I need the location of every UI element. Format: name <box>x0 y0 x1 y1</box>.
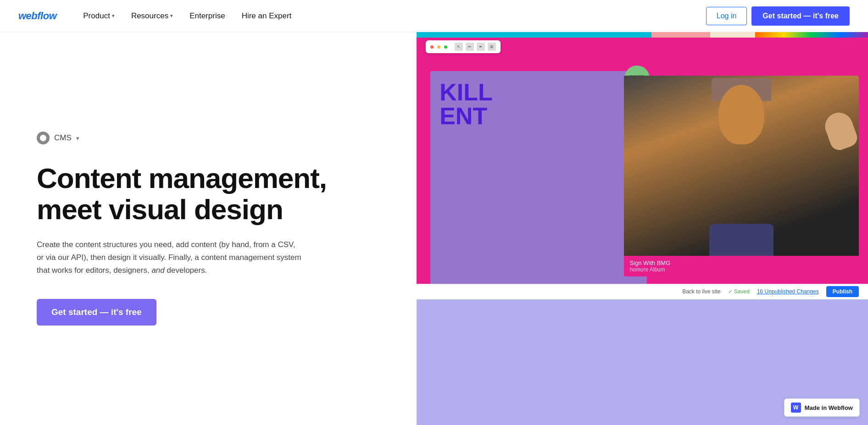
cms-icon-inner <box>40 135 46 141</box>
top-color-strip <box>417 32 868 38</box>
made-in-webflow-badge[interactable]: W Made in Webflow <box>784 398 860 417</box>
toolbar-icon-pencil[interactable]: ✒ <box>477 43 485 51</box>
unpublished-changes[interactable]: 16 Unpublished Changes <box>757 288 819 295</box>
cms-badge[interactable]: CMS ▾ <box>37 132 389 144</box>
logo[interactable]: webflow <box>18 10 56 22</box>
cms-icon <box>37 132 50 144</box>
saved-status: ✓ Saved <box>728 288 750 295</box>
get-started-nav-button[interactable]: Get started — it's free <box>751 6 850 26</box>
webflow-w-icon: W <box>791 403 801 413</box>
toolbar-icon-box[interactable]: ⊞ <box>488 43 496 51</box>
toolbar-icon-pointer[interactable]: ↖ <box>455 43 463 51</box>
head-shape <box>718 85 764 144</box>
navbar: webflow Product ▾ Resources ▾ Enterprise… <box>0 0 868 32</box>
musician-photo: Sign With BMG homore Album <box>624 76 859 276</box>
kill-text: KILL <box>440 80 638 104</box>
left-panel: CMS ▾ Content management, meet visual de… <box>0 32 417 425</box>
color-beige <box>710 32 755 38</box>
window-maximize-dot <box>444 45 447 49</box>
nav-item-enterprise[interactable]: Enterprise <box>181 0 233 32</box>
shirt-shape <box>709 224 773 256</box>
hero-description: Create the content structures you need, … <box>37 238 303 277</box>
publish-button[interactable]: Publish <box>826 286 859 297</box>
chevron-down-icon: ▾ <box>112 13 115 19</box>
cms-label: CMS <box>54 133 72 143</box>
toolbar-icon-edit[interactable]: ✏ <box>466 43 474 51</box>
made-in-webflow-label: Made in Webflow <box>805 404 853 411</box>
ent-text: ENT <box>440 104 638 128</box>
purple-panel: KILL ENT <box>430 71 647 286</box>
nav-item-resources[interactable]: Resources ▾ <box>123 0 181 32</box>
caption-line1: Sign With BMG <box>629 259 853 266</box>
caption-line2: homore Album <box>629 266 853 273</box>
chevron-down-icon: ▾ <box>170 13 173 19</box>
nav-actions: Log in Get started — it's free <box>706 6 850 26</box>
back-to-live-site[interactable]: Back to live site <box>682 288 720 295</box>
login-button[interactable]: Log in <box>706 7 747 25</box>
nav-item-hire-expert[interactable]: Hire an Expert <box>234 0 300 32</box>
get-started-hero-button[interactable]: Get started — it's free <box>37 299 156 326</box>
color-teal <box>417 32 651 38</box>
nav-items: Product ▾ Resources ▾ Enterprise Hire an… <box>75 0 706 32</box>
screenshot-top: ↖ ✏ ✒ ⊞ KILL ENT FEATURED ARTIST <box>417 32 868 299</box>
right-panel: ↖ ✏ ✒ ⊞ KILL ENT FEATURED ARTIST <box>417 32 868 425</box>
musician-figure <box>624 76 859 256</box>
main-content: CMS ▾ Content management, meet visual de… <box>0 32 868 425</box>
window-close-dot <box>430 45 434 49</box>
hero-title: Content management, meet visual design <box>37 163 389 225</box>
chevron-down-icon: ▾ <box>76 135 79 142</box>
window-minimize-dot <box>437 45 440 49</box>
toolbar-icons: ↖ ✏ ✒ ⊞ <box>455 43 496 51</box>
publish-bar: Back to live site ✓ Saved 16 Unpublished… <box>417 284 868 299</box>
musician-caption: Sign With BMG homore Album <box>624 256 859 276</box>
screenshot-container: ↖ ✏ ✒ ⊞ KILL ENT FEATURED ARTIST <box>417 32 868 425</box>
pink-content: KILL ENT FEATURED ARTIST <box>417 57 868 299</box>
nav-item-product[interactable]: Product ▾ <box>75 0 123 32</box>
color-salmon <box>651 32 710 38</box>
design-toolbar: ↖ ✏ ✒ ⊞ <box>426 40 501 53</box>
color-rainbow <box>755 32 868 38</box>
